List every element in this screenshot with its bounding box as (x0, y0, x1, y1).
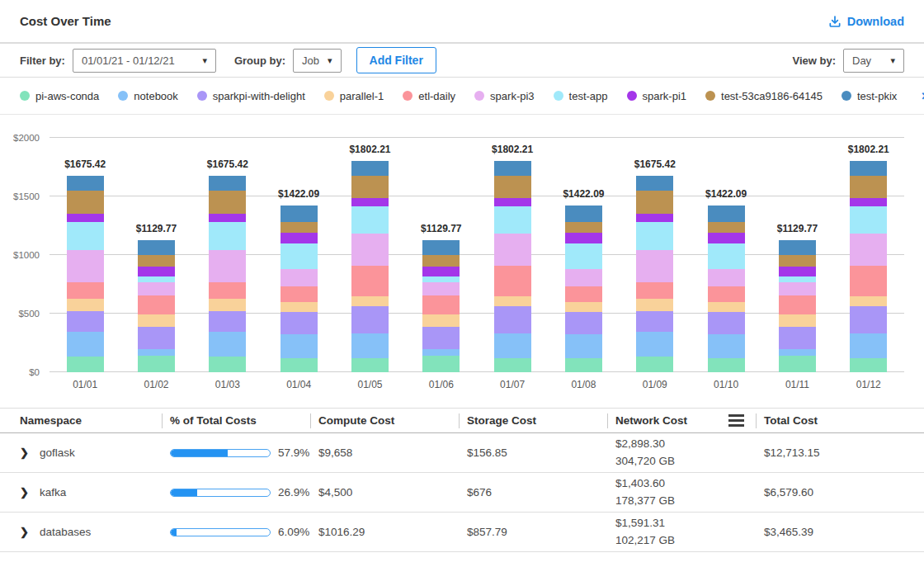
bar-segment-pi-aws-conda[interactable] (422, 356, 460, 372)
bar-segment-spark-pi1[interactable] (494, 198, 531, 207)
add-filter-button[interactable]: Add Filter (356, 47, 436, 73)
bar-segment-parallel-1[interactable] (280, 302, 318, 312)
bar-segment-notebook[interactable] (850, 333, 887, 358)
bar-segment-sparkpi-with-delight[interactable] (138, 327, 175, 350)
bar-segment-parallel-1[interactable] (138, 314, 175, 327)
bar-segment-spark-pi1[interactable] (850, 198, 887, 207)
bar-segment-test-app[interactable] (209, 222, 246, 250)
bar-segment-test-53ca9186-64145[interactable] (280, 222, 318, 233)
bar-segment-notebook[interactable] (565, 334, 602, 357)
bar-segment-test-53ca9186-64145[interactable] (850, 176, 887, 198)
bar-segment-pi-aws-conda[interactable] (708, 358, 745, 372)
bar-segment-pi-aws-conda[interactable] (850, 358, 887, 372)
table-row-goflask[interactable]: ❯goflask57.9%$9,658$156.85$2,898.30304,7… (0, 433, 924, 473)
bar-segment-etl-daily[interactable] (850, 266, 887, 296)
bar-segment-pi-aws-conda[interactable] (351, 358, 389, 372)
bar-column-01/09[interactable]: $1675.42 (620, 138, 691, 372)
bar-segment-sparkpi-with-delight[interactable] (280, 312, 318, 334)
bar-segment-sparkpi-with-delight[interactable] (708, 312, 745, 334)
bar-segment-test-app[interactable] (138, 276, 175, 283)
bar-column-01/07[interactable]: $1802.21 (477, 138, 548, 372)
bar-segment-pi-aws-conda[interactable] (138, 356, 175, 372)
bar-segment-spark-pi3[interactable] (351, 234, 389, 265)
bar-segment-test-pkix[interactable] (422, 240, 460, 255)
legend-item-spark-pi3[interactable]: spark-pi3 (474, 90, 534, 102)
bar-segment-test-pkix[interactable] (636, 176, 673, 191)
bar-segment-spark-pi1[interactable] (67, 214, 104, 222)
bar-segment-test-app[interactable] (67, 222, 104, 250)
bar-segment-spark-pi1[interactable] (422, 267, 460, 276)
bar-column-01/02[interactable]: $1129.77 (120, 138, 191, 372)
bar-segment-test-pkix[interactable] (565, 206, 602, 222)
bar-segment-test-pkix[interactable] (708, 206, 745, 222)
bar-segment-pi-aws-conda[interactable] (779, 356, 816, 372)
bar-segment-pi-aws-conda[interactable] (67, 357, 104, 372)
download-button[interactable]: Download (828, 15, 904, 28)
chevron-right-icon[interactable]: ❯ (20, 486, 29, 498)
bar-column-01/10[interactable]: $1422.09 (691, 138, 761, 372)
bar-segment-etl-daily[interactable] (565, 286, 602, 302)
bar-segment-test-53ca9186-64145[interactable] (422, 255, 460, 267)
legend-item-test-app[interactable]: test-app (554, 90, 608, 102)
bar-segment-parallel-1[interactable] (779, 314, 816, 327)
bar-segment-test-pkix[interactable] (779, 240, 816, 255)
bar-segment-test-53ca9186-64145[interactable] (494, 176, 531, 198)
bar-segment-spark-pi3[interactable] (67, 250, 104, 281)
bar-segment-spark-pi3[interactable] (138, 282, 175, 295)
bar-segment-notebook[interactable] (422, 349, 460, 356)
table-row-databases[interactable]: ❯databases6.09%$1016.29$857.79$1,591.311… (0, 513, 924, 552)
bar-segment-test-app[interactable] (850, 206, 887, 234)
bar-segment-parallel-1[interactable] (636, 299, 673, 311)
bar-segment-test-app[interactable] (779, 276, 816, 283)
bar-segment-test-53ca9186-64145[interactable] (565, 222, 602, 233)
bar-segment-spark-pi1[interactable] (280, 233, 318, 243)
bar-segment-parallel-1[interactable] (209, 299, 246, 311)
bar-segment-sparkpi-with-delight[interactable] (422, 327, 460, 350)
bar-segment-parallel-1[interactable] (494, 296, 531, 306)
menu-icon[interactable] (728, 414, 744, 427)
bar-segment-spark-pi1[interactable] (209, 214, 246, 222)
bar-segment-spark-pi1[interactable] (351, 198, 389, 207)
bar-segment-parallel-1[interactable] (351, 296, 389, 306)
bar-segment-parallel-1[interactable] (708, 302, 745, 312)
bar-segment-test-53ca9186-64145[interactable] (67, 191, 104, 214)
bar-segment-pi-aws-conda[interactable] (494, 358, 531, 372)
bar-segment-test-53ca9186-64145[interactable] (636, 191, 673, 214)
bar-segment-test-53ca9186-64145[interactable] (779, 255, 816, 267)
bar-column-01/03[interactable]: $1675.42 (192, 138, 263, 372)
table-row-kafka[interactable]: ❯kafka26.9%$4,500$676$1,403.60178,377 GB… (0, 473, 924, 513)
bar-segment-sparkpi-with-delight[interactable] (565, 312, 602, 334)
bar-segment-etl-daily[interactable] (280, 286, 318, 302)
bar-segment-spark-pi1[interactable] (636, 214, 673, 222)
bar-segment-sparkpi-with-delight[interactable] (636, 311, 673, 332)
bar-segment-spark-pi3[interactable] (779, 282, 816, 295)
bar-column-01/11[interactable]: $1129.77 (761, 138, 832, 372)
legend-item-test-pkix[interactable]: test-pkix (842, 90, 897, 102)
legend-item-spark-pi1[interactable]: spark-pi1 (627, 90, 686, 102)
bar-segment-etl-daily[interactable] (779, 295, 816, 314)
bar-segment-sparkpi-with-delight[interactable] (209, 311, 246, 332)
bar-segment-test-app[interactable] (280, 243, 318, 269)
bar-segment-spark-pi3[interactable] (422, 282, 460, 295)
bar-segment-test-app[interactable] (351, 206, 389, 234)
bar-segment-test-53ca9186-64145[interactable] (708, 222, 745, 233)
bar-segment-parallel-1[interactable] (850, 296, 887, 306)
legend-item-pi-aws-conda[interactable]: pi-aws-conda (20, 90, 99, 102)
bar-segment-etl-daily[interactable] (422, 295, 460, 314)
view-by-select[interactable]: Day ▾ (843, 49, 904, 73)
bar-segment-sparkpi-with-delight[interactable] (351, 306, 389, 334)
bar-segment-etl-daily[interactable] (209, 282, 246, 300)
legend-item-sparkpi-with-delight[interactable]: sparkpi-with-delight (197, 90, 305, 102)
bar-segment-test-pkix[interactable] (494, 161, 531, 176)
bar-segment-pi-aws-conda[interactable] (280, 358, 318, 372)
bar-column-01/01[interactable]: $1675.42 (50, 138, 120, 372)
bar-segment-spark-pi1[interactable] (138, 267, 175, 276)
bar-segment-pi-aws-conda[interactable] (636, 357, 673, 372)
bar-segment-parallel-1[interactable] (67, 299, 104, 311)
bar-segment-etl-daily[interactable] (494, 266, 531, 296)
bar-segment-sparkpi-with-delight[interactable] (850, 306, 887, 334)
bar-segment-spark-pi3[interactable] (280, 269, 318, 286)
chevron-right-icon[interactable]: ❯ (20, 447, 29, 459)
bar-segment-test-app[interactable] (422, 276, 460, 283)
deselect-all-button[interactable]: ✕ Deselect All (921, 83, 924, 108)
